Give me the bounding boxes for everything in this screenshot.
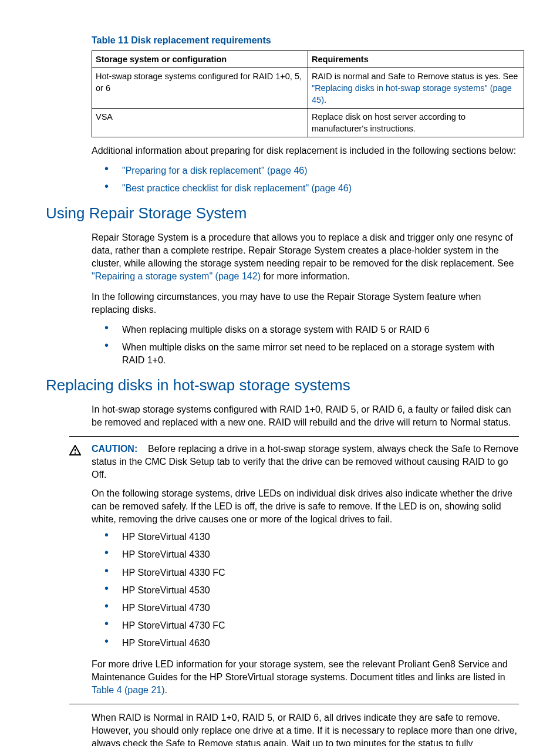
model-list: HP StoreVirtual 4130 HP StoreVirtual 433… (104, 531, 519, 650)
paragraph: In hot-swap storage systems configured w… (92, 403, 519, 429)
link-table-4[interactable]: Table 4 (page 21) (92, 685, 165, 695)
svg-rect-0 (75, 449, 76, 451)
list-item: "Preparing for a disk replacement" (page… (104, 164, 519, 177)
table-header-config: Storage system or configuration (92, 51, 308, 68)
link-replacing-hotswap[interactable]: "Replacing disks in hot-swap storage sys… (312, 83, 512, 104)
circumstances-list: When replacing multiple disks on a stora… (104, 323, 519, 367)
cell-requirements: Replace disk on host server according to… (308, 109, 524, 137)
table-header-requirements: Requirements (308, 51, 524, 68)
heading-using-repair: Using Repair Storage System (46, 203, 519, 224)
text: For more drive LED information for your … (92, 659, 508, 682)
cell-requirements: RAID is normal and Safe to Remove status… (308, 68, 524, 109)
heading-replacing-hotswap: Replacing disks in hot-swap storage syst… (46, 375, 519, 396)
cell-config: VSA (92, 109, 308, 137)
caution-paragraph: CAUTION: Before replacing a drive in a h… (92, 443, 519, 481)
caution-paragraph: For more drive LED information for your … (92, 658, 519, 697)
text: . (324, 95, 326, 104)
intro-link-list: "Preparing for a disk replacement" (page… (104, 164, 519, 195)
text: Repair Storage System is a procedure tha… (92, 232, 514, 268)
requirements-table: Storage system or configuration Requirem… (92, 50, 524, 137)
link-repairing-storage-system[interactable]: "Repairing a storage system" (page 142) (92, 271, 261, 281)
caution-icon (69, 444, 81, 460)
list-item: HP StoreVirtual 4730 (104, 602, 519, 615)
list-item: HP StoreVirtual 4330 (104, 548, 519, 561)
paragraph: In the following circumstances, you may … (92, 291, 519, 316)
list-item: When replacing multiple disks on a stora… (104, 323, 519, 336)
list-item: HP StoreVirtual 4530 (104, 584, 519, 597)
link-best-practice-checklist[interactable]: "Best practice checklist for disk replac… (122, 183, 352, 193)
paragraph: Repair Storage System is a procedure tha… (92, 231, 519, 283)
link-preparing-replacement[interactable]: "Preparing for a disk replacement" (page… (122, 166, 308, 175)
text: for more information. (261, 271, 350, 281)
page-content: Table 11 Disk replacement requirements S… (0, 0, 560, 746)
list-item: HP StoreVirtual 4130 (104, 531, 519, 544)
intro-paragraph: Additional information about preparing f… (92, 144, 519, 157)
caution-body: CAUTION: Before replacing a drive in a h… (92, 443, 519, 697)
svg-rect-1 (75, 453, 76, 454)
caution-paragraph: On the following storage systems, drive … (92, 487, 519, 526)
caution-block: CAUTION: Before replacing a drive in a h… (69, 436, 519, 704)
list-item: When multiple disks on the same mirror s… (104, 341, 519, 367)
list-item: HP StoreVirtual 4730 FC (104, 619, 519, 632)
caution-label: CAUTION: (92, 444, 137, 454)
list-item: "Best practice checklist for disk replac… (104, 182, 519, 195)
text: . (165, 685, 167, 695)
table-row: Hot-swap storage systems configured for … (92, 68, 524, 109)
cell-config: Hot-swap storage systems configured for … (92, 68, 308, 109)
text: RAID is normal and Safe to Remove status… (312, 72, 518, 81)
list-item: HP StoreVirtual 4330 FC (104, 566, 519, 579)
list-item: HP StoreVirtual 4630 (104, 637, 519, 650)
table-title: Table 11 Disk replacement requirements (92, 34, 519, 47)
text: Before replacing a drive in a hot-swap s… (92, 444, 518, 480)
paragraph: When RAID is Normal in RAID 1+0, RAID 5,… (92, 711, 519, 746)
table-row: VSA Replace disk on host server accordin… (92, 109, 524, 137)
